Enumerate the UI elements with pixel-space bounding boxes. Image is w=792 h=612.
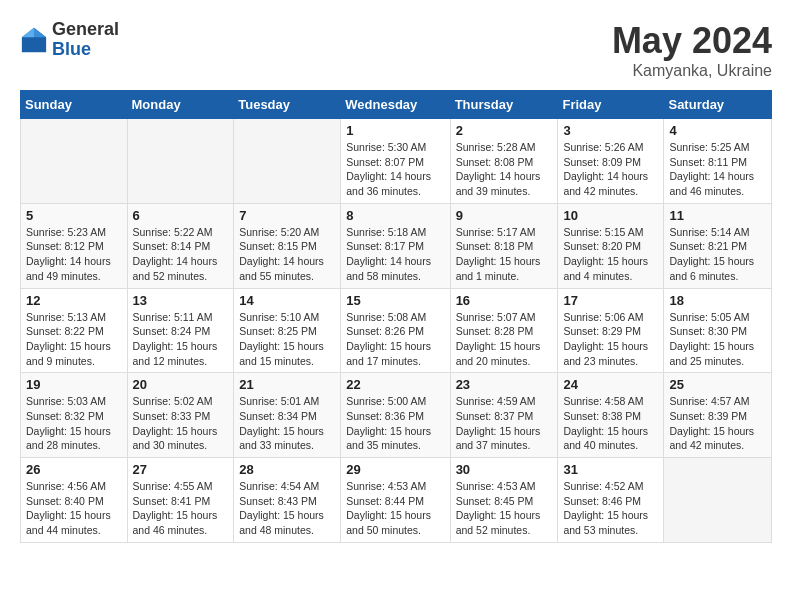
calendar-cell [21, 119, 128, 204]
day-number: 21 [239, 377, 335, 392]
day-number: 7 [239, 208, 335, 223]
calendar-cell: 18Sunrise: 5:05 AMSunset: 8:30 PMDayligh… [664, 288, 772, 373]
day-info: Sunrise: 5:00 AMSunset: 8:36 PMDaylight:… [346, 394, 444, 453]
day-number: 16 [456, 293, 553, 308]
calendar-cell: 14Sunrise: 5:10 AMSunset: 8:25 PMDayligh… [234, 288, 341, 373]
day-info: Sunrise: 5:18 AMSunset: 8:17 PMDaylight:… [346, 225, 444, 284]
day-number: 25 [669, 377, 766, 392]
calendar-cell: 27Sunrise: 4:55 AMSunset: 8:41 PMDayligh… [127, 458, 234, 543]
day-number: 23 [456, 377, 553, 392]
day-info: Sunrise: 5:17 AMSunset: 8:18 PMDaylight:… [456, 225, 553, 284]
day-info: Sunrise: 5:10 AMSunset: 8:25 PMDaylight:… [239, 310, 335, 369]
day-info: Sunrise: 5:20 AMSunset: 8:15 PMDaylight:… [239, 225, 335, 284]
calendar-cell: 31Sunrise: 4:52 AMSunset: 8:46 PMDayligh… [558, 458, 664, 543]
svg-marker-1 [34, 28, 46, 37]
day-number: 6 [133, 208, 229, 223]
day-info: Sunrise: 5:14 AMSunset: 8:21 PMDaylight:… [669, 225, 766, 284]
calendar-cell: 5Sunrise: 5:23 AMSunset: 8:12 PMDaylight… [21, 203, 128, 288]
day-info: Sunrise: 5:02 AMSunset: 8:33 PMDaylight:… [133, 394, 229, 453]
day-info: Sunrise: 4:58 AMSunset: 8:38 PMDaylight:… [563, 394, 658, 453]
calendar-cell: 28Sunrise: 4:54 AMSunset: 8:43 PMDayligh… [234, 458, 341, 543]
day-number: 13 [133, 293, 229, 308]
day-number: 19 [26, 377, 122, 392]
location-title: Kamyanka, Ukraine [612, 62, 772, 80]
day-info: Sunrise: 4:53 AMSunset: 8:44 PMDaylight:… [346, 479, 444, 538]
calendar-cell: 7Sunrise: 5:20 AMSunset: 8:15 PMDaylight… [234, 203, 341, 288]
logo-blue: Blue [52, 40, 119, 60]
day-info: Sunrise: 5:03 AMSunset: 8:32 PMDaylight:… [26, 394, 122, 453]
logo-text: General Blue [52, 20, 119, 60]
calendar-cell: 3Sunrise: 5:26 AMSunset: 8:09 PMDaylight… [558, 119, 664, 204]
day-number: 15 [346, 293, 444, 308]
day-number: 17 [563, 293, 658, 308]
day-number: 3 [563, 123, 658, 138]
day-info: Sunrise: 4:57 AMSunset: 8:39 PMDaylight:… [669, 394, 766, 453]
day-number: 5 [26, 208, 122, 223]
day-number: 4 [669, 123, 766, 138]
day-number: 1 [346, 123, 444, 138]
calendar-cell: 1Sunrise: 5:30 AMSunset: 8:07 PMDaylight… [341, 119, 450, 204]
calendar-week-row: 12Sunrise: 5:13 AMSunset: 8:22 PMDayligh… [21, 288, 772, 373]
calendar-cell: 11Sunrise: 5:14 AMSunset: 8:21 PMDayligh… [664, 203, 772, 288]
calendar-cell: 21Sunrise: 5:01 AMSunset: 8:34 PMDayligh… [234, 373, 341, 458]
day-number: 28 [239, 462, 335, 477]
day-info: Sunrise: 4:54 AMSunset: 8:43 PMDaylight:… [239, 479, 335, 538]
weekday-header-monday: Monday [127, 91, 234, 119]
calendar-cell: 25Sunrise: 4:57 AMSunset: 8:39 PMDayligh… [664, 373, 772, 458]
calendar-table: SundayMondayTuesdayWednesdayThursdayFrid… [20, 90, 772, 543]
calendar-cell [127, 119, 234, 204]
day-info: Sunrise: 5:26 AMSunset: 8:09 PMDaylight:… [563, 140, 658, 199]
day-info: Sunrise: 5:01 AMSunset: 8:34 PMDaylight:… [239, 394, 335, 453]
day-info: Sunrise: 5:25 AMSunset: 8:11 PMDaylight:… [669, 140, 766, 199]
day-number: 12 [26, 293, 122, 308]
calendar-cell [664, 458, 772, 543]
calendar-cell: 13Sunrise: 5:11 AMSunset: 8:24 PMDayligh… [127, 288, 234, 373]
calendar-week-row: 1Sunrise: 5:30 AMSunset: 8:07 PMDaylight… [21, 119, 772, 204]
calendar-cell [234, 119, 341, 204]
day-info: Sunrise: 5:28 AMSunset: 8:08 PMDaylight:… [456, 140, 553, 199]
day-info: Sunrise: 5:06 AMSunset: 8:29 PMDaylight:… [563, 310, 658, 369]
weekday-header-saturday: Saturday [664, 91, 772, 119]
day-info: Sunrise: 4:53 AMSunset: 8:45 PMDaylight:… [456, 479, 553, 538]
day-info: Sunrise: 5:13 AMSunset: 8:22 PMDaylight:… [26, 310, 122, 369]
calendar-week-row: 19Sunrise: 5:03 AMSunset: 8:32 PMDayligh… [21, 373, 772, 458]
calendar-cell: 17Sunrise: 5:06 AMSunset: 8:29 PMDayligh… [558, 288, 664, 373]
day-number: 29 [346, 462, 444, 477]
title-block: May 2024 Kamyanka, Ukraine [612, 20, 772, 80]
calendar-cell: 23Sunrise: 4:59 AMSunset: 8:37 PMDayligh… [450, 373, 558, 458]
weekday-header-row: SundayMondayTuesdayWednesdayThursdayFrid… [21, 91, 772, 119]
day-number: 24 [563, 377, 658, 392]
page-header: General Blue May 2024 Kamyanka, Ukraine [20, 20, 772, 80]
day-number: 14 [239, 293, 335, 308]
day-info: Sunrise: 4:52 AMSunset: 8:46 PMDaylight:… [563, 479, 658, 538]
calendar-cell: 26Sunrise: 4:56 AMSunset: 8:40 PMDayligh… [21, 458, 128, 543]
weekday-header-sunday: Sunday [21, 91, 128, 119]
day-number: 20 [133, 377, 229, 392]
day-info: Sunrise: 5:30 AMSunset: 8:07 PMDaylight:… [346, 140, 444, 199]
month-title: May 2024 [612, 20, 772, 62]
calendar-cell: 6Sunrise: 5:22 AMSunset: 8:14 PMDaylight… [127, 203, 234, 288]
day-number: 9 [456, 208, 553, 223]
calendar-cell: 29Sunrise: 4:53 AMSunset: 8:44 PMDayligh… [341, 458, 450, 543]
weekday-header-tuesday: Tuesday [234, 91, 341, 119]
calendar-cell: 30Sunrise: 4:53 AMSunset: 8:45 PMDayligh… [450, 458, 558, 543]
day-number: 11 [669, 208, 766, 223]
weekday-header-thursday: Thursday [450, 91, 558, 119]
calendar-cell: 20Sunrise: 5:02 AMSunset: 8:33 PMDayligh… [127, 373, 234, 458]
calendar-week-row: 26Sunrise: 4:56 AMSunset: 8:40 PMDayligh… [21, 458, 772, 543]
calendar-cell: 15Sunrise: 5:08 AMSunset: 8:26 PMDayligh… [341, 288, 450, 373]
calendar-cell: 9Sunrise: 5:17 AMSunset: 8:18 PMDaylight… [450, 203, 558, 288]
day-number: 30 [456, 462, 553, 477]
weekday-header-friday: Friday [558, 91, 664, 119]
calendar-cell: 2Sunrise: 5:28 AMSunset: 8:08 PMDaylight… [450, 119, 558, 204]
day-number: 26 [26, 462, 122, 477]
day-info: Sunrise: 5:15 AMSunset: 8:20 PMDaylight:… [563, 225, 658, 284]
day-number: 8 [346, 208, 444, 223]
day-number: 2 [456, 123, 553, 138]
logo: General Blue [20, 20, 119, 60]
day-info: Sunrise: 5:22 AMSunset: 8:14 PMDaylight:… [133, 225, 229, 284]
day-number: 10 [563, 208, 658, 223]
day-number: 27 [133, 462, 229, 477]
day-info: Sunrise: 5:05 AMSunset: 8:30 PMDaylight:… [669, 310, 766, 369]
calendar-cell: 10Sunrise: 5:15 AMSunset: 8:20 PMDayligh… [558, 203, 664, 288]
